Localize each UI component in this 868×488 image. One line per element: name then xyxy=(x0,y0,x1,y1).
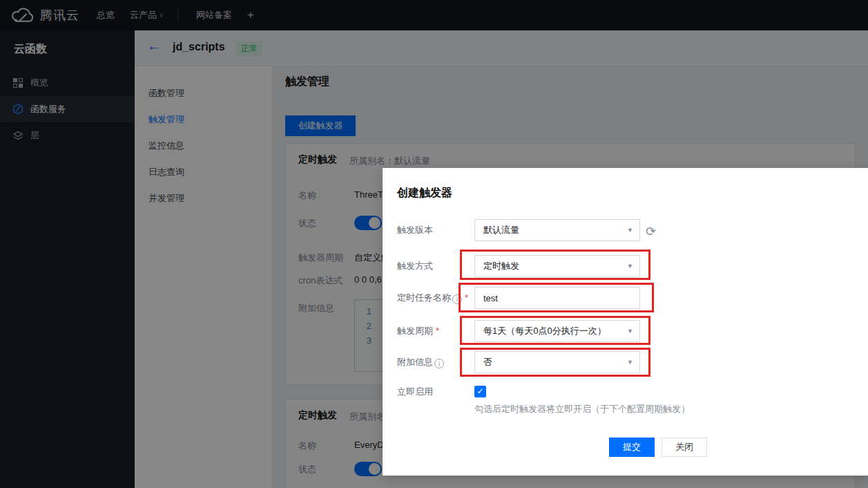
submit-button[interactable]: 提交 xyxy=(609,438,655,457)
modal-title: 创建触发器 xyxy=(397,186,452,200)
app-window: 腾讯云 总览 云产品˅ 网站备案 + 云函数 概览 xyxy=(0,0,868,488)
field-label-extra-info: 附加信息i xyxy=(397,351,444,373)
field-label-trigger-method: 触发方式 xyxy=(397,255,433,277)
trigger-method-select[interactable]: 定时触发 ▼ xyxy=(474,255,640,277)
task-name-input[interactable] xyxy=(474,287,640,309)
info-icon[interactable]: i xyxy=(452,294,462,304)
trigger-cycle-select[interactable]: 每1天（每天0点0分执行一次） ▼ xyxy=(474,320,640,342)
field-label-trigger-version: 触发版本 xyxy=(397,219,433,241)
field-label-task-name: 定时任务名称i* xyxy=(397,287,468,309)
info-icon[interactable]: i xyxy=(434,359,444,368)
select-caret-icon: ▼ xyxy=(627,220,633,241)
field-label-trigger-cycle: 触发周期* xyxy=(397,320,439,342)
extra-info-select[interactable]: 否 ▼ xyxy=(474,351,640,373)
enable-now-helper-text: 勾选后定时触发器将立即开启（于下个配置周期触发） xyxy=(474,403,690,415)
trigger-version-select[interactable]: 默认流量 ▼ xyxy=(474,219,640,241)
create-trigger-modal: 创建触发器 触发版本 默认流量 ▼ ⟳ 触发方式 定时触发 ▼ 定时任务名称i*… xyxy=(383,168,868,476)
refresh-icon[interactable]: ⟳ xyxy=(646,224,656,239)
check-icon: ✓ xyxy=(476,386,483,396)
select-caret-icon: ▼ xyxy=(627,256,633,276)
required-asterisk: * xyxy=(436,326,439,336)
close-button[interactable]: 关闭 xyxy=(662,438,707,457)
required-asterisk: * xyxy=(465,292,468,303)
enable-now-checkbox[interactable]: ✓ xyxy=(474,386,486,397)
field-label-enable-now: 立即启用 xyxy=(397,381,433,403)
select-caret-icon: ▼ xyxy=(627,352,633,373)
select-caret-icon: ▼ xyxy=(627,321,633,341)
